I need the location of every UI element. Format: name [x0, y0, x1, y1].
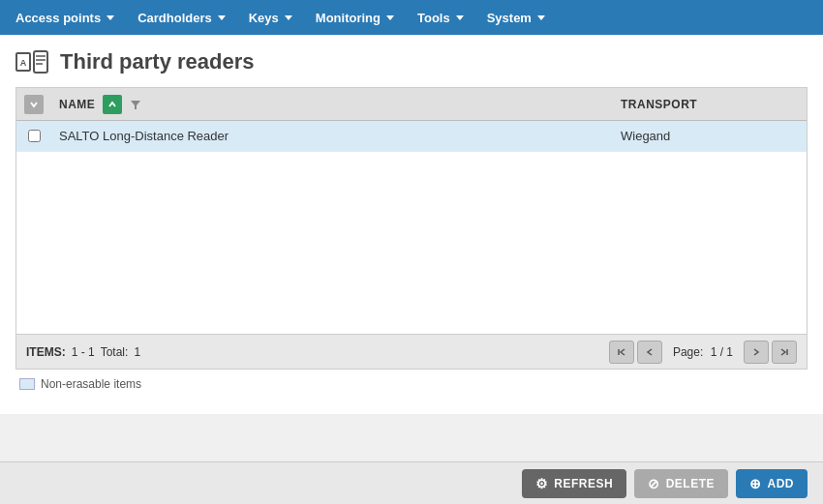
next-page-icon: [751, 347, 761, 357]
refresh-button[interactable]: ⚙ REFRESH: [522, 469, 626, 498]
page-info: Page: 1 / 1: [665, 345, 741, 359]
nav-monitoring-label: Monitoring: [316, 11, 381, 25]
page-title: Third party readers: [60, 49, 255, 74]
first-page-button[interactable]: [609, 341, 634, 364]
total-count: 1: [134, 345, 140, 359]
sort-toggle-btn[interactable]: [24, 95, 44, 114]
nav-keys-caret: [285, 15, 292, 20]
th-name: NAME: [51, 95, 613, 114]
nav-tools-label: Tools: [417, 11, 450, 25]
td-check[interactable]: [16, 130, 51, 142]
nav-access-points-caret: [107, 15, 114, 20]
last-page-icon: [779, 347, 789, 357]
add-label: ADD: [768, 477, 795, 490]
nav-system-label: System: [487, 11, 532, 25]
refresh-label: REFRESH: [554, 477, 613, 490]
th-transport: TRANSPORT: [613, 98, 807, 111]
refresh-icon: ⚙: [535, 476, 549, 491]
table-header: NAME TRANSPORT: [16, 88, 807, 121]
action-bar: ⚙ REFRESH ⊘ DELETE ⊕ ADD: [0, 461, 823, 504]
items-info: ITEMS: 1 - 1 Total: 1: [26, 345, 609, 359]
items-label: ITEMS:: [26, 345, 66, 359]
filter-icon: [130, 99, 141, 110]
th-transport-label: TRANSPORT: [621, 98, 697, 111]
chevron-down-icon: [29, 100, 39, 109]
filter-name-button[interactable]: [126, 95, 145, 114]
third-party-readers-icon: A: [15, 48, 50, 75]
nav-monitoring[interactable]: Monitoring: [304, 0, 406, 35]
nav-cardholders[interactable]: Cardholders: [126, 0, 237, 35]
page-label: Page:: [673, 345, 703, 359]
nav-access-points-label: Access points: [15, 11, 101, 25]
svg-marker-6: [131, 101, 140, 109]
items-range: 1 - 1: [72, 345, 95, 359]
svg-text:A: A: [20, 58, 27, 68]
sort-name-button[interactable]: [103, 95, 122, 114]
nav-cardholders-caret: [218, 15, 226, 20]
nav-access-points[interactable]: Access points: [4, 0, 126, 35]
next-page-button[interactable]: [744, 341, 769, 364]
page-header: A Third party readers: [15, 35, 808, 87]
delete-button[interactable]: ⊘ DELETE: [634, 469, 728, 498]
table-row[interactable]: SALTO Long-Distance Reader Wiegand: [16, 121, 807, 152]
data-table: NAME TRANSPORT: [15, 87, 808, 335]
last-page-button[interactable]: [772, 341, 797, 364]
navbar: Access points Cardholders Keys Monitorin…: [0, 0, 823, 35]
pagination-controls: Page: 1 / 1: [609, 341, 797, 364]
nav-cardholders-label: Cardholders: [137, 11, 212, 25]
nav-system[interactable]: System: [475, 0, 557, 35]
nav-monitoring-caret: [386, 15, 394, 20]
pagination-bar: ITEMS: 1 - 1 Total: 1 Pa: [15, 335, 808, 370]
page-content: A Third party readers: [0, 35, 823, 414]
nav-tools[interactable]: Tools: [406, 0, 475, 35]
nav-system-caret: [537, 15, 545, 20]
table-body: SALTO Long-Distance Reader Wiegand: [16, 121, 807, 334]
th-name-label: NAME: [59, 98, 95, 111]
first-page-icon: [617, 347, 626, 357]
legend-label: Non-erasable items: [41, 377, 141, 391]
row-checkbox[interactable]: [28, 130, 41, 142]
sort-up-icon: [107, 100, 117, 109]
td-transport: Wiegand: [613, 129, 807, 143]
svg-rect-2: [34, 51, 47, 73]
total-label: Total:: [101, 345, 129, 359]
prev-page-icon: [645, 347, 655, 357]
legend-color-swatch: [19, 378, 35, 390]
legend: Non-erasable items: [15, 370, 808, 399]
page-current: 1 / 1: [711, 345, 733, 359]
add-button[interactable]: ⊕ ADD: [736, 469, 808, 498]
nav-tools-caret: [456, 15, 464, 20]
page-header-icon: A: [15, 48, 50, 75]
nav-keys-label: Keys: [249, 11, 279, 25]
delete-label: DELETE: [666, 477, 715, 490]
prev-page-button[interactable]: [637, 341, 662, 364]
th-select-all[interactable]: [16, 95, 51, 114]
add-icon: ⊕: [749, 476, 762, 491]
td-name: SALTO Long-Distance Reader: [51, 129, 613, 143]
nav-keys[interactable]: Keys: [237, 0, 304, 35]
delete-icon: ⊘: [648, 476, 660, 491]
